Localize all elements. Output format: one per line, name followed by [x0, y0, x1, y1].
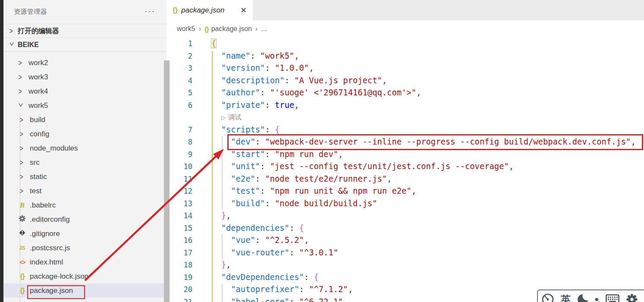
line-number: 9 [166, 148, 194, 161]
tree-file-index-html[interactable]: <>index.html [3, 255, 164, 269]
tree-file-postcssrc-js[interactable]: JS.postcssrc.js [3, 241, 164, 255]
tree-folder-config[interactable]: >config [3, 127, 164, 141]
tab-bar: {} package.json ✕ [166, 0, 644, 20]
tree-file-package-lock-json[interactable]: {}package-lock.json [3, 269, 164, 283]
code-line-5[interactable]: 5 "author": "'suoge' <'296714161@qq.com'… [166, 87, 644, 99]
code-line-16[interactable]: 16 "vue": "^2.5.2", [166, 234, 644, 247]
code-line-18[interactable]: 18 }, [166, 259, 644, 271]
moon-icon[interactable] [577, 293, 588, 302]
code-text: }, [194, 259, 231, 271]
row-label: work4 [28, 87, 48, 96]
folder-chevron: > [18, 116, 27, 124]
tab-label: package.json [181, 6, 224, 15]
folder-chevron: > [18, 187, 27, 195]
line-number: 19 [166, 271, 194, 284]
code-text: "babel-core": "^6.22.1", [194, 296, 348, 302]
chevron-right-icon: > [20, 186, 25, 196]
code-text: "private": true, [194, 99, 299, 112]
chevron-down-icon: > [7, 42, 17, 47]
tree-folder-src[interactable]: >src [3, 155, 164, 170]
tree-folder-work3[interactable]: >work3 [3, 70, 164, 84]
breadcrumb-item-work5[interactable]: work5 [177, 25, 195, 33]
tree-folder-test[interactable]: >test [3, 184, 164, 198]
lang-mode-icon[interactable]: 英 [561, 293, 571, 302]
code-line-13[interactable]: 13 "build": "node build/build.js" [166, 198, 644, 210]
section-label: BEIKE [18, 41, 39, 49]
row-label: package-lock.json [30, 272, 88, 281]
code-line-2[interactable]: 2 "name": "work5", [166, 50, 644, 63]
ime-toolbar: 英 •, [537, 289, 644, 302]
close-icon[interactable]: ✕ [240, 6, 247, 14]
debug-codelens[interactable]: ▷调试 [221, 113, 242, 122]
section-beike[interactable]: > BEIKE [3, 38, 166, 51]
tree-folder-build[interactable]: >build [3, 113, 164, 127]
folder-chevron: > [18, 145, 27, 152]
line-number: 17 [166, 247, 194, 259]
file-icon-slot: JS [18, 245, 27, 251]
line-number: 11 [166, 173, 194, 186]
code-text: "description": "A Vue.js project", [194, 75, 387, 87]
tree-folder-work5[interactable]: >work5 [3, 98, 164, 113]
code-line-1[interactable]: 1{ [166, 38, 644, 50]
breadcrumb-item-package-json[interactable]: package.json [211, 25, 252, 33]
code-line-4[interactable]: 4 "description": "A Vue.js project", [166, 75, 644, 87]
line-number: 6 [166, 99, 194, 112]
section-open-editors[interactable]: > 打开的编辑器 [3, 24, 166, 38]
code-line-10[interactable]: 10 "unit": "jest --config test/unit/jest… [166, 160, 644, 173]
indent-guide-gray [222, 283, 223, 302]
code-line-17[interactable]: 17 "vue-router": "^3.0.1" [166, 247, 644, 259]
json-icon: {} [173, 6, 177, 14]
keyboard-icon[interactable] [606, 293, 619, 302]
code-line-15[interactable]: 15 "dependencies": { [166, 222, 644, 235]
row-label: index.html [30, 258, 63, 267]
sogou-logo-icon[interactable] [541, 293, 554, 302]
line-number: 21 [166, 296, 194, 302]
breadcrumb-item-more[interactable]: ... [261, 25, 267, 33]
row-label: static [30, 173, 47, 181]
code-text: "test": "npm run unit && npm run e2e", [194, 185, 416, 198]
folder-chevron: > [16, 59, 25, 67]
settings-gear-icon[interactable] [626, 293, 638, 302]
codelens-row: ▷调试 [166, 111, 644, 124]
punctuation-icon[interactable]: •, [595, 293, 599, 302]
code-line-6[interactable]: 6 "private": true, [166, 99, 644, 112]
row-label: work5 [28, 101, 48, 110]
line-number: 10 [166, 160, 194, 173]
line-number: 8 [166, 136, 194, 148]
indent-guide-gray [222, 234, 223, 259]
line-number: 3 [166, 62, 194, 75]
row-label: test [30, 187, 41, 195]
activity-bar [0, 0, 3, 302]
tree-file-gitignore[interactable]: .gitignore [3, 226, 164, 241]
chevron-right-icon: > [19, 86, 24, 96]
line-number: 2 [166, 50, 194, 63]
tree-folder-static[interactable]: >static [3, 170, 164, 184]
row-label: .babelrc [30, 201, 56, 210]
tree-folder-work2[interactable]: >work2 [3, 56, 164, 70]
file-icon-slot [18, 215, 27, 224]
divider [3, 51, 166, 52]
more-actions-button[interactable]: ··· [145, 7, 155, 15]
babel-icon: B [20, 201, 25, 209]
chevron-separator-icon: › [199, 25, 201, 33]
editor-code-area[interactable]: 1{2 "name": "work5",3 "version": "1.0.0"… [166, 38, 644, 302]
indent-guide-yellow [212, 51, 213, 302]
code-line-12[interactable]: 12 "test": "npm run unit && npm run e2e"… [166, 185, 644, 198]
code-line-14[interactable]: 14 }, [166, 210, 644, 222]
tree-folder-work4[interactable]: >work4 [3, 84, 164, 98]
tree-file-babelrc[interactable]: B.babelrc [3, 198, 164, 212]
code-line-19[interactable]: 19 "devDependencies": { [166, 271, 644, 284]
tree-file-editorconfig[interactable]: .editorconfig [3, 212, 164, 226]
code-text: { [194, 38, 216, 50]
annotation-box-dev-script [227, 134, 643, 150]
line-number: 15 [166, 222, 194, 235]
tab-package-json[interactable]: {} package.json ✕ [166, 0, 253, 20]
line-number: 4 [166, 75, 194, 87]
chevron-right-icon: > [20, 129, 25, 139]
chevron-right-icon: > [20, 172, 25, 182]
tree-folder-node-modules[interactable]: >node_modules [3, 141, 164, 155]
folder-chevron: > [18, 173, 27, 181]
code-text: }, [194, 210, 231, 222]
code-line-11[interactable]: 11 "e2e": "node test/e2e/runner.js", [166, 173, 644, 186]
code-line-3[interactable]: 3 "version": "1.0.0", [166, 62, 644, 75]
